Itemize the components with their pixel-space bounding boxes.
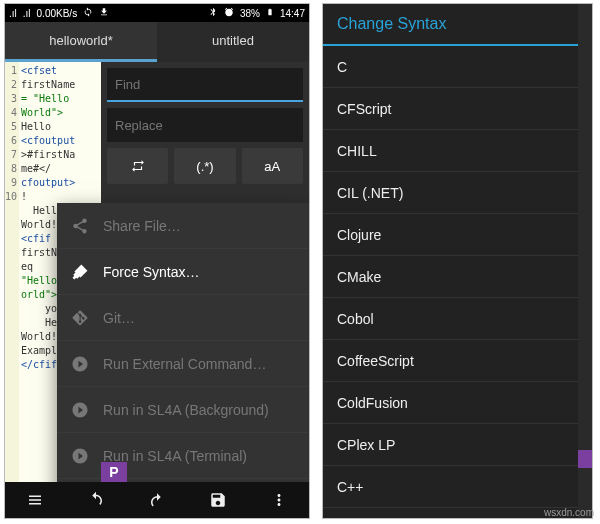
regex-label: (.*) — [196, 159, 213, 174]
share-icon — [71, 217, 89, 235]
bottom-toolbar — [5, 482, 309, 518]
menu-item-label: Git… — [103, 310, 135, 326]
menu-item-label: Run in SL4A (Background) — [103, 402, 269, 418]
tab-label: untitled — [212, 33, 254, 48]
hammer-icon — [71, 263, 89, 281]
syntax-item-c[interactable]: C — [323, 46, 592, 88]
syntax-item-label: Cobol — [337, 311, 374, 327]
syntax-item-label: CMake — [337, 269, 381, 285]
syntax-item-coldfusion[interactable]: ColdFusion — [323, 382, 592, 424]
watermark: wsxdn.com — [544, 507, 594, 518]
syntax-item-cobol[interactable]: Cobol — [323, 298, 592, 340]
syntax-item-label: CoffeeScript — [337, 353, 414, 369]
syntax-item-label: C — [337, 59, 347, 75]
syntax-item-label: CHILL — [337, 143, 377, 159]
menu-item-run-in-sl-a-background[interactable]: Run in SL4A (Background) — [57, 387, 310, 433]
regex-toggle[interactable]: (.*) — [174, 148, 235, 184]
play-icon — [71, 355, 89, 373]
syntax-item-clojure[interactable]: Clojure — [323, 214, 592, 256]
menu-item-share-file[interactable]: Share File… — [57, 203, 310, 249]
files-button[interactable] — [26, 491, 44, 509]
replace-input[interactable] — [107, 108, 303, 142]
syntax-item-cil-net[interactable]: CIL (.NET) — [323, 172, 592, 214]
syntax-item-label: Clojure — [337, 227, 381, 243]
play-icon — [71, 401, 89, 419]
status-bar: .ıl .ıl 0.00KB/s 38% 14:47 — [5, 4, 309, 22]
tab-label: helloworld* — [49, 33, 113, 48]
menu-item-run-external-command[interactable]: Run External Command… — [57, 341, 310, 387]
syntax-item-label: CPlex LP — [337, 437, 395, 453]
syntax-item-chill[interactable]: CHILL — [323, 130, 592, 172]
menu-item-force-syntax[interactable]: Force Syntax… — [57, 249, 310, 295]
menu-item-label: Force Syntax… — [103, 264, 199, 280]
play-icon — [71, 447, 89, 465]
sync-icon — [83, 7, 93, 19]
overflow-button[interactable] — [270, 491, 288, 509]
tab-untitled[interactable]: untitled — [157, 22, 309, 62]
save-button[interactable] — [209, 491, 227, 509]
line-gutter: 12345678910 — [5, 62, 19, 502]
signal-icon: .ıl — [9, 8, 17, 19]
clock: 14:47 — [280, 8, 305, 19]
download-icon — [99, 7, 109, 19]
case-label: aA — [264, 159, 280, 174]
git-icon — [71, 309, 89, 327]
syntax-screenshot: Change Syntax CCFScriptCHILLCIL (.NET)Cl… — [322, 3, 593, 519]
syntax-item-cfscript[interactable]: CFScript — [323, 88, 592, 130]
signal2-icon: .ıl — [23, 8, 31, 19]
swap-button[interactable] — [107, 148, 168, 184]
purple-box-icon — [578, 450, 592, 468]
syntax-item-label: CIL (.NET) — [337, 185, 403, 201]
menu-item-git[interactable]: Git… — [57, 295, 310, 341]
syntax-item-c[interactable]: C++ — [323, 466, 592, 508]
battery-percent: 38% — [240, 8, 260, 19]
redo-button[interactable] — [148, 491, 166, 509]
tab-helloworld[interactable]: helloworld* — [5, 22, 157, 62]
syntax-item-label: C++ — [337, 479, 363, 495]
purple-badge: P — [101, 462, 127, 482]
find-input[interactable] — [107, 68, 303, 102]
change-syntax-header: Change Syntax — [323, 4, 592, 46]
editor-screenshot: .ıl .ıl 0.00KB/s 38% 14:47 helloworld* u… — [4, 3, 310, 519]
battery-icon — [266, 6, 274, 20]
syntax-item-label: CFScript — [337, 101, 391, 117]
context-menu: Share File…Force Syntax…Git…Run External… — [57, 203, 310, 519]
menu-item-label: Run External Command… — [103, 356, 266, 372]
alarm-icon — [224, 7, 234, 19]
syntax-item-label: ColdFusion — [337, 395, 408, 411]
network-speed: 0.00KB/s — [37, 8, 78, 19]
tab-bar: helloworld* untitled — [5, 22, 309, 62]
bluetooth-icon — [208, 7, 218, 19]
right-edge-strip — [578, 4, 592, 518]
change-syntax-title: Change Syntax — [337, 15, 446, 33]
syntax-list[interactable]: CCFScriptCHILLCIL (.NET)ClojureCMakeCobo… — [323, 46, 592, 508]
undo-button[interactable] — [87, 491, 105, 509]
syntax-item-coffeescript[interactable]: CoffeeScript — [323, 340, 592, 382]
syntax-item-cplex-lp[interactable]: CPlex LP — [323, 424, 592, 466]
syntax-item-cmake[interactable]: CMake — [323, 256, 592, 298]
menu-item-run-in-sl-a-terminal[interactable]: Run in SL4A (Terminal) — [57, 433, 310, 479]
case-toggle[interactable]: aA — [242, 148, 303, 184]
menu-item-label: Share File… — [103, 218, 181, 234]
